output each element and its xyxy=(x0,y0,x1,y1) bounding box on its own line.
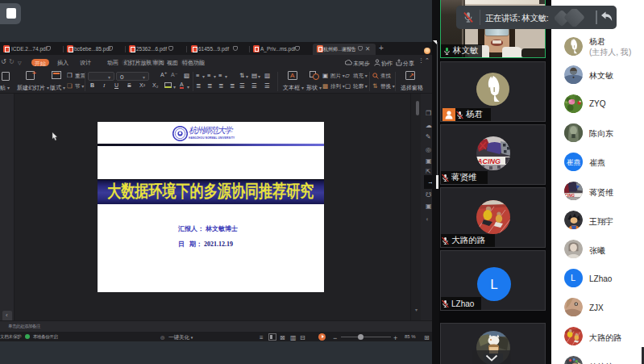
svg-text:ACING: ACING xyxy=(476,157,501,165)
